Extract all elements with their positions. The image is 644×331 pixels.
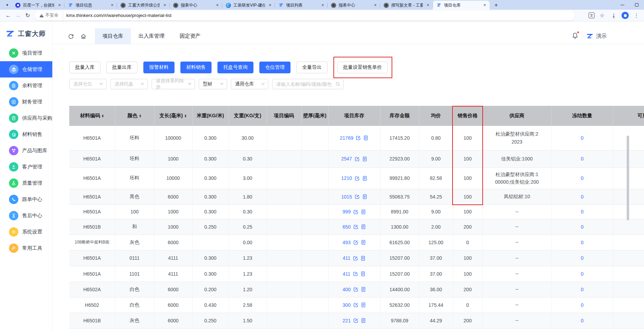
toolbar-button[interactable]: 批量设置销售单价 bbox=[337, 62, 388, 73]
browser-tab[interactable]: 项目信息× bbox=[64, 1, 117, 10]
browser-tab[interactable]: 百度一下，你就知道× bbox=[12, 1, 64, 10]
bookmark-star-icon[interactable]: ☆ bbox=[598, 11, 606, 20]
browser-menu-icon[interactable]: ⋮ bbox=[632, 11, 641, 20]
frozen-link[interactable]: 0 bbox=[581, 240, 584, 245]
close-tab-icon[interactable]: × bbox=[425, 2, 431, 8]
sidebar-item-quality[interactable]: 质量管理 bbox=[0, 175, 52, 191]
toolbar-button[interactable]: 托盘号查询 bbox=[217, 62, 253, 73]
document-icon[interactable] bbox=[361, 224, 366, 229]
edit-icon[interactable] bbox=[355, 156, 360, 162]
frozen-link[interactable]: 0 bbox=[581, 302, 584, 308]
column-header-cell[interactable]: 颜色▲▼ bbox=[115, 106, 154, 126]
stock-link[interactable]: 999 bbox=[342, 209, 350, 214]
toolbar-button[interactable]: 批量出库 bbox=[106, 62, 137, 73]
sidebar-item-sales[interactable]: 材料销售 bbox=[0, 126, 52, 142]
translate-icon[interactable]: 文 bbox=[589, 12, 594, 18]
frozen-link[interactable]: 0 bbox=[581, 255, 584, 261]
filter-select[interactable]: 请选择系列筛选 bbox=[152, 79, 195, 89]
document-icon[interactable] bbox=[361, 287, 366, 292]
refresh-icon[interactable] bbox=[66, 31, 76, 42]
stock-link[interactable]: 411 bbox=[343, 255, 350, 261]
maximize-button[interactable] bbox=[629, 0, 644, 10]
frozen-link[interactable]: 0 bbox=[581, 271, 584, 277]
browser-tab[interactable]: 工装研发VIP-建任务× bbox=[222, 1, 275, 10]
edit-icon[interactable] bbox=[355, 176, 360, 181]
close-tab-icon[interactable]: × bbox=[109, 2, 115, 8]
edit-icon[interactable] bbox=[353, 224, 358, 229]
sidebar-item-product[interactable]: 产品与图库 bbox=[0, 142, 52, 159]
toolbar-button[interactable]: 仓位管理 bbox=[259, 62, 290, 73]
document-icon[interactable] bbox=[361, 209, 366, 214]
sidebar-item-tools[interactable]: 常用工具 bbox=[0, 240, 52, 256]
security-chip[interactable]: 不安全 bbox=[35, 11, 63, 20]
stock-link[interactable]: 493 bbox=[342, 240, 350, 245]
sort-icon[interactable]: ▲▼ bbox=[101, 114, 104, 118]
sidebar-item-follow[interactable]: 跟单中心 bbox=[0, 191, 52, 208]
browser-tab[interactable]: 报表中心× bbox=[328, 1, 380, 10]
new-tab-button[interactable]: + bbox=[492, 1, 501, 10]
account-entry[interactable]: 演示 bbox=[586, 33, 607, 40]
stock-link[interactable]: 1015 bbox=[341, 194, 352, 200]
sidebar-item-settings[interactable]: 系统设置 bbox=[0, 224, 52, 240]
document-icon[interactable] bbox=[360, 271, 366, 276]
frozen-link[interactable]: 0 bbox=[581, 209, 584, 214]
filter-select[interactable]: 通用仓库 bbox=[231, 79, 268, 89]
filter-select[interactable]: 型材 bbox=[199, 79, 227, 89]
sort-icon[interactable]: ▲▼ bbox=[184, 114, 187, 118]
stock-link[interactable]: 221 bbox=[342, 318, 350, 323]
sidebar-item-project[interactable]: 项目管理 bbox=[0, 45, 52, 61]
stock-link[interactable]: 400 bbox=[342, 287, 350, 292]
browser-avatar[interactable] bbox=[621, 12, 629, 19]
document-icon[interactable] bbox=[361, 240, 366, 245]
filter-select[interactable]: 选择仓位 bbox=[69, 79, 107, 89]
document-icon[interactable] bbox=[363, 135, 368, 140]
edit-icon[interactable] bbox=[353, 318, 358, 323]
frozen-link[interactable]: 0 bbox=[581, 318, 584, 323]
edit-icon[interactable] bbox=[356, 135, 361, 140]
home-icon[interactable] bbox=[78, 31, 89, 42]
column-header-cell[interactable]: 材料编码▲▼ bbox=[69, 106, 115, 126]
document-icon[interactable] bbox=[361, 318, 366, 323]
document-icon[interactable] bbox=[362, 194, 367, 199]
sidebar-item-supplier[interactable]: 供应商与采购 bbox=[0, 110, 52, 126]
filter-select[interactable]: 选择托盘 bbox=[110, 79, 148, 89]
minimize-button[interactable] bbox=[615, 0, 629, 10]
document-icon[interactable] bbox=[362, 156, 367, 162]
frozen-link[interactable]: 0 bbox=[581, 175, 584, 181]
toolbar-button[interactable]: 批量入库 bbox=[69, 62, 100, 73]
close-tab-icon[interactable]: × bbox=[57, 2, 62, 8]
close-tab-icon[interactable]: × bbox=[162, 2, 168, 8]
sidebar-item-warehouse[interactable]: 仓储管理 bbox=[0, 61, 52, 77]
browser-tab[interactable]: 撰写新文章 - 工窗大师× bbox=[380, 1, 433, 10]
frozen-link[interactable]: 0 bbox=[581, 224, 584, 230]
sidebar-item-aftersale[interactable]: 售后中心 bbox=[0, 208, 52, 224]
browser-tab[interactable]: 项目仓库× bbox=[433, 1, 490, 10]
column-header-cell[interactable]: 支长(毫米)▲▼ bbox=[154, 106, 192, 126]
document-icon[interactable] bbox=[361, 302, 366, 307]
close-tab-icon[interactable]: × bbox=[320, 2, 325, 8]
close-tab-icon[interactable]: × bbox=[215, 2, 220, 8]
close-tab-icon[interactable]: × bbox=[267, 2, 273, 8]
stock-link[interactable]: 411 bbox=[343, 271, 350, 277]
back-icon[interactable]: ← bbox=[3, 11, 13, 20]
edit-icon[interactable] bbox=[353, 287, 358, 292]
download-icon[interactable]: ⭳ bbox=[610, 11, 618, 20]
edit-icon[interactable] bbox=[353, 256, 358, 261]
toolbar-button[interactable]: 报警材料 bbox=[143, 62, 175, 73]
notification-button[interactable] bbox=[572, 32, 579, 40]
browser-tab[interactable]: 项目列表× bbox=[275, 1, 328, 10]
sidebar-item-leftover[interactable]: 余料管理 bbox=[0, 77, 52, 94]
toolbar-button[interactable]: 全量导出 bbox=[296, 62, 328, 73]
edit-icon[interactable] bbox=[353, 302, 358, 307]
forward-icon[interactable]: → bbox=[13, 11, 23, 20]
browser-tab[interactable]: 报表中心× bbox=[170, 1, 222, 10]
stock-link[interactable]: 300 bbox=[342, 302, 350, 308]
edit-icon[interactable] bbox=[353, 240, 358, 245]
frozen-link[interactable]: 0 bbox=[581, 156, 584, 162]
stock-link[interactable]: 21769 bbox=[340, 135, 354, 141]
edit-icon[interactable] bbox=[353, 209, 358, 214]
table-scrollbar[interactable] bbox=[627, 136, 629, 220]
document-icon[interactable] bbox=[362, 176, 367, 181]
edit-icon[interactable] bbox=[355, 194, 360, 199]
stock-link[interactable]: 2547 bbox=[341, 156, 352, 162]
